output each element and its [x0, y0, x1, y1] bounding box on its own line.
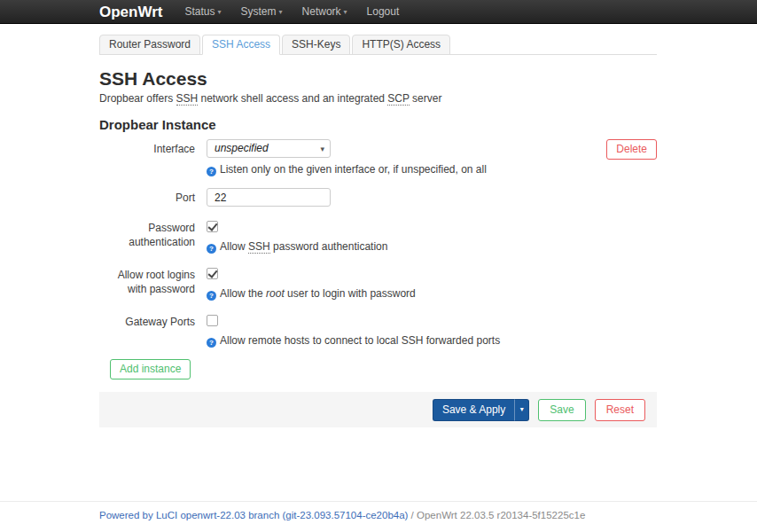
password-authentication-label: Password authentication	[99, 218, 207, 254]
interface-select-value: unspecified	[215, 142, 269, 154]
nav-item-status[interactable]: Status▾	[175, 0, 230, 24]
root-login-checkbox[interactable]	[207, 268, 218, 279]
root-login-row: Allow root logins with password ?Allow t…	[99, 265, 657, 301]
top-navbar: OpenWrt Status▾ System▾ Network▾ Logout	[0, 0, 757, 24]
chevron-down-icon: ▾	[344, 8, 347, 16]
help-icon: ?	[207, 338, 216, 348]
interface-select[interactable]: unspecified ▾	[207, 139, 331, 158]
page-title: SSH Access	[99, 68, 657, 90]
add-instance-button[interactable]: Add instance	[110, 359, 191, 379]
password-authentication-checkbox[interactable]	[207, 221, 218, 232]
footer-version-text: / OpenWrt 22.03.5 r20134-5f15225c1e	[408, 510, 585, 520]
port-row: Port	[99, 188, 657, 207]
openwrt-brand: OpenWrt	[99, 0, 162, 24]
tab-router-password[interactable]: Router Password	[99, 35, 200, 55]
save-apply-split-button: Save & Apply ▾	[433, 399, 529, 421]
tab-https-access[interactable]: HTTP(S) Access	[352, 35, 450, 55]
tab-ssh-access[interactable]: SSH Access	[202, 35, 280, 55]
gateway-ports-help: ?Allow remote hosts to connect to local …	[207, 334, 657, 348]
page-footer: Powered by LuCI openwrt-22.03 branch (gi…	[0, 501, 757, 520]
nav-item-logout[interactable]: Logout	[357, 0, 410, 24]
save-button[interactable]: Save	[538, 399, 585, 421]
port-label: Port	[99, 188, 207, 207]
section-title: Dropbear Instance	[99, 117, 657, 132]
password-authentication-help: ?Allow SSH password authentication	[207, 240, 657, 254]
page-description: Dropbear offers SSH network shell access…	[99, 92, 657, 105]
root-user-emphasis: root	[266, 287, 285, 300]
luci-footer-link[interactable]: Powered by LuCI openwrt-22.03 branch (gi…	[99, 510, 408, 520]
delete-instance-button[interactable]: Delete	[606, 139, 657, 160]
password-authentication-row: Password authentication ?Allow SSH passw…	[99, 218, 657, 254]
settings-tab-bar: Router Password SSH Access SSH-Keys HTTP…	[99, 35, 657, 55]
dropbear-instance-section: Delete Interface unspecified ▾ ?Listen o…	[99, 134, 657, 348]
chevron-down-icon: ▾	[279, 8, 283, 16]
gateway-ports-checkbox[interactable]	[207, 315, 218, 326]
abbr-ssh: SSH	[176, 92, 199, 106]
abbr-ssh: SSH	[248, 240, 270, 254]
interface-label: Interface	[99, 139, 207, 176]
gateway-ports-row: Gateway Ports ?Allow remote hosts to con…	[99, 312, 657, 348]
abbr-scp: SCP	[387, 92, 409, 106]
port-input[interactable]	[207, 188, 331, 207]
tab-ssh-keys[interactable]: SSH-Keys	[282, 35, 350, 55]
chevron-down-icon: ▾	[520, 405, 524, 413]
chevron-down-icon: ▾	[218, 8, 222, 16]
chevron-down-icon: ▾	[320, 143, 324, 156]
help-icon: ?	[207, 244, 216, 254]
save-apply-button[interactable]: Save & Apply	[433, 399, 514, 421]
help-icon: ?	[207, 291, 216, 301]
nav-item-network[interactable]: Network▾	[293, 0, 357, 24]
root-login-label: Allow root logins with password	[99, 265, 207, 301]
main-content: Router Password SSH Access SSH-Keys HTTP…	[99, 35, 657, 427]
nav-item-system[interactable]: System▾	[231, 0, 293, 24]
save-apply-dropdown-toggle[interactable]: ▾	[514, 399, 529, 421]
help-icon: ?	[207, 167, 216, 176]
root-login-help: ?Allow the root user to login with passw…	[207, 287, 657, 301]
gateway-ports-label: Gateway Ports	[99, 312, 207, 348]
form-actions-bar: Save & Apply ▾ Save Reset	[99, 392, 657, 427]
reset-button[interactable]: Reset	[595, 399, 645, 421]
interface-row: Interface unspecified ▾ ?Listen only on …	[99, 139, 657, 176]
nav-menu: Status▾ System▾ Network▾ Logout	[175, 0, 409, 24]
interface-help: ?Listen only on the given interface or, …	[207, 163, 657, 176]
